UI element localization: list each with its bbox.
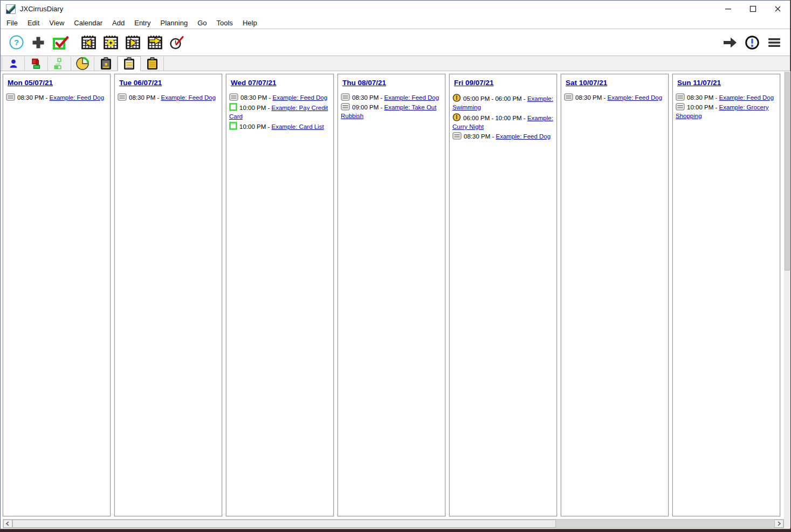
tab-month-view[interactable] [141, 57, 164, 71]
entry-link[interactable]: Example: Feed Dog [49, 94, 104, 101]
tab-day-view[interactable] [94, 57, 118, 71]
menu-item-calendar[interactable]: Calendar [69, 18, 107, 28]
menu-item-tools[interactable]: Tools [212, 18, 238, 28]
entry-link[interactable]: Example: Feed Dog [496, 133, 551, 140]
time-gauge-icon [76, 57, 89, 70]
vertical-scroll-thumb[interactable] [785, 72, 790, 271]
menu-item-file[interactable]: File [2, 18, 23, 28]
close-button[interactable] [765, 1, 790, 17]
scroll-left-icon [5, 521, 10, 526]
tab-tasks[interactable] [25, 57, 48, 71]
day-column: Sun 11/07/2108:30 PM - Example: Feed Dog… [672, 74, 780, 516]
window-controls [716, 1, 790, 17]
repeat-icon [341, 93, 350, 101]
calendar-entry: 10:00 PM - Example: Pay Credit Card [229, 103, 331, 121]
entry-separator: - [155, 94, 161, 101]
entry-separator: - [379, 104, 384, 110]
vertical-scrollbar[interactable] [784, 71, 790, 528]
day-column: Tue 06/07/2108:30 PM - Example: Feed Dog [114, 74, 222, 516]
calendar-prev-icon [81, 34, 97, 50]
day-header-link[interactable]: Sun 11/07/21 [677, 79, 721, 87]
day-header-link[interactable]: Tue 06/07/21 [119, 79, 162, 87]
horizontal-scroll-thumb[interactable] [12, 520, 556, 528]
entry-separator: - [44, 94, 49, 101]
month-view-icon [146, 57, 159, 71]
minimize-button[interactable] [716, 1, 740, 17]
alarm-clock-icon [745, 35, 760, 50]
window-title: JXCirrusDiary [20, 5, 63, 13]
entry-separator: - [267, 94, 272, 101]
menu-item-go[interactable]: Go [192, 18, 211, 28]
tab-project-tree[interactable] [48, 57, 71, 71]
entry-time: 08:30 PM [17, 94, 44, 101]
menu-item-add[interactable]: Add [107, 18, 129, 28]
app-menu-button[interactable] [765, 32, 783, 53]
entry-time: 08:30 PM [352, 94, 379, 101]
calendar-entry: 08:30 PM - Example: Feed Dog [676, 93, 777, 102]
app-logo-icon [6, 4, 16, 14]
titlebar: JXCirrusDiary [1, 1, 790, 17]
scroll-left-button[interactable] [3, 520, 12, 528]
new-task-button[interactable] [51, 32, 70, 53]
entry-link[interactable]: Example: Feed Dog [719, 94, 774, 101]
entry-time: 08:30 PM [575, 94, 602, 101]
entry-time: 10:00 PM [687, 104, 713, 110]
entry-time: 10:00 PM [239, 123, 266, 130]
goto-date-button[interactable] [146, 32, 164, 53]
calendar-entry: 05:00 PM - 06:00 PM - Example: Swimming [452, 93, 554, 112]
clock-icon [452, 113, 461, 121]
calendar-entry: 08:30 PM - Example: Feed Dog [118, 93, 219, 102]
toolbar-left-group: ? [7, 32, 186, 53]
calendar-entry: 10:00 PM - Example: Card List [229, 122, 331, 131]
entry-link[interactable]: Example: Feed Dog [384, 94, 439, 101]
menu-item-edit[interactable]: Edit [23, 18, 44, 28]
today-button[interactable] [101, 32, 120, 53]
entry-link[interactable]: Example: Feed Dog [161, 94, 216, 101]
entry-time: 06:00 PM - 10:00 PM [463, 115, 522, 121]
menu-item-planning[interactable]: Planning [156, 18, 193, 28]
calendar-entry: 08:30 PM - Example: Feed Dog [452, 132, 554, 141]
horizontal-scrollbar[interactable] [3, 519, 784, 528]
clock-pen-icon [169, 35, 184, 50]
day-header-link[interactable]: Sat 10/07/21 [566, 79, 607, 87]
entry-time: 08:30 PM [129, 94, 155, 101]
alarm-button[interactable] [743, 32, 761, 53]
day-column: Wed 07/07/2108:30 PM - Example: Feed Dog… [226, 74, 334, 516]
menu-item-view[interactable]: View [44, 18, 69, 28]
next-day-button[interactable] [123, 32, 142, 53]
day-header-link[interactable]: Mon 05/07/21 [8, 79, 53, 87]
entry-time: 05:00 PM - 06:00 PM [463, 95, 522, 102]
entry-separator: - [602, 94, 607, 101]
calendar-entry: 08:30 PM - Example: Feed Dog [6, 93, 107, 102]
repeat-icon [676, 93, 685, 101]
day-header-link[interactable]: Fri 09/07/21 [454, 79, 494, 87]
forward-button[interactable] [721, 32, 739, 53]
tab-time-dial[interactable] [71, 57, 94, 71]
todo-icon [229, 103, 237, 111]
person-icon [8, 58, 19, 69]
entry-separator: - [266, 123, 271, 130]
clock-icon [452, 93, 461, 102]
repeat-icon [564, 93, 573, 101]
scroll-right-button[interactable] [774, 520, 783, 528]
entry-link[interactable]: Example: Feed Dog [607, 94, 662, 101]
calendar-entry: 10:00 PM - Example: Grocery Shopping [676, 103, 777, 120]
record-time-button[interactable] [168, 32, 186, 53]
day-header-link[interactable]: Thu 08/07/21 [342, 79, 386, 87]
day-header-link[interactable]: Wed 07/07/21 [231, 79, 277, 87]
help-button[interactable]: ? [7, 32, 25, 53]
menu-item-entry[interactable]: Entry [129, 18, 155, 28]
entry-link[interactable]: Example: Feed Dog [272, 94, 327, 101]
entry-separator: - [713, 104, 719, 110]
calendar-entry: 08:30 PM - Example: Feed Dog [229, 93, 331, 102]
prev-day-button[interactable] [79, 32, 98, 53]
tab-people[interactable] [2, 57, 25, 71]
add-entry-button[interactable] [29, 32, 47, 53]
entry-link[interactable]: Example: Card List [271, 123, 324, 130]
tab-week-view[interactable] [118, 56, 141, 71]
menu-item-help[interactable]: Help [238, 18, 262, 28]
week-view-content: Mon 05/07/2108:30 PM - Example: Feed Dog… [1, 71, 790, 519]
maximize-button[interactable] [740, 1, 765, 17]
todo-icon [229, 122, 237, 130]
entry-separator: - [713, 94, 719, 101]
